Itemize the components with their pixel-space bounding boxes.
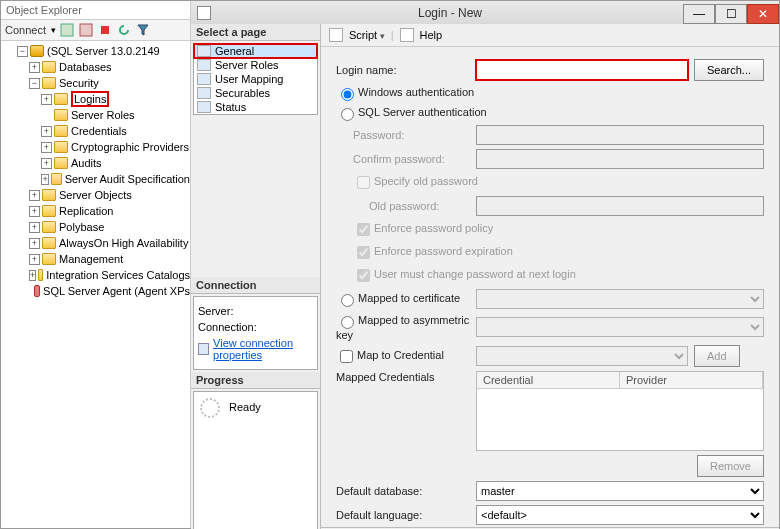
default-database-select[interactable]: master: [476, 481, 764, 501]
mapped-akey-radio[interactable]: Mapped to asymmetric key: [336, 314, 469, 341]
minimize-button[interactable]: —: [683, 4, 715, 24]
object-explorer-title: Object Explorer: [1, 1, 190, 20]
script-dropdown[interactable]: Script: [349, 29, 385, 41]
server-label: Server:: [198, 305, 313, 317]
tree-databases[interactable]: +Databases: [5, 59, 190, 75]
folder-icon: [42, 77, 56, 89]
asymmetric-key-select: [476, 317, 764, 337]
tree-audits[interactable]: +Audits: [5, 155, 190, 171]
node-label: Security: [59, 77, 99, 89]
check-label: Map to Credential: [357, 349, 444, 361]
page-general[interactable]: General: [194, 44, 317, 58]
filter-icon[interactable]: [135, 22, 151, 38]
svg-rect-2: [101, 26, 109, 34]
remove-button: Remove: [697, 455, 764, 477]
script-icon[interactable]: [329, 28, 343, 42]
mapped-cert-radio[interactable]: Mapped to certificate: [336, 292, 460, 304]
folder-icon: [42, 253, 56, 265]
help-button[interactable]: Help: [420, 29, 443, 41]
folder-icon: [54, 141, 68, 153]
form-toolbar: Script | Help: [321, 24, 779, 47]
folder-icon: [42, 189, 56, 201]
tree-server-root[interactable]: −(SQL Server 13.0.2149: [5, 43, 190, 59]
node-label: Credentials: [71, 125, 127, 137]
close-button[interactable]: ✕: [747, 4, 779, 24]
page-status[interactable]: Status: [194, 100, 317, 114]
old-password-input: [476, 196, 764, 216]
folder-icon: [42, 61, 56, 73]
tree-server-roles[interactable]: Server Roles: [5, 107, 190, 123]
add-button: Add: [694, 345, 740, 367]
object-explorer: Object Explorer Connect▾ −(SQL Server 13…: [1, 1, 191, 528]
sql-auth-radio[interactable]: SQL Server authentication: [336, 106, 487, 118]
folder-icon: [54, 125, 68, 137]
password-input: [476, 125, 764, 145]
tree-security[interactable]: −Security: [5, 75, 190, 91]
tree-credentials[interactable]: +Credentials: [5, 123, 190, 139]
folder-icon: [42, 237, 56, 249]
node-label: Replication: [59, 205, 113, 217]
check-label: User must change password at next login: [374, 268, 576, 280]
tree-alwayson[interactable]: +AlwaysOn High Availability: [5, 235, 190, 251]
stop-icon[interactable]: [97, 22, 113, 38]
login-new-dialog: Login - New — ☐ ✕ Select a page General …: [191, 1, 779, 528]
default-language-select[interactable]: <default>: [476, 505, 764, 525]
properties-icon: [198, 343, 209, 355]
mapped-credentials-grid[interactable]: CredentialProvider: [476, 371, 764, 451]
tree-sql-agent[interactable]: SQL Server Agent (Agent XPs: [5, 283, 190, 299]
dialog-titlebar[interactable]: Login - New — ☐ ✕: [191, 1, 779, 24]
connect-icon[interactable]: [59, 22, 75, 38]
tree-replication[interactable]: +Replication: [5, 203, 190, 219]
folder-icon: [38, 269, 43, 281]
check-label: Enforce password policy: [374, 222, 493, 234]
system-icon[interactable]: [191, 6, 217, 20]
folder-icon: [42, 221, 56, 233]
radio-label: Windows authentication: [358, 86, 474, 98]
tree-logins[interactable]: +Logins: [5, 91, 190, 107]
map-credential-check[interactable]: Map to Credential: [336, 349, 444, 361]
node-label: Logins: [71, 91, 109, 107]
page-list: General Server Roles User Mapping Secura…: [193, 43, 318, 115]
login-name-input[interactable]: [476, 60, 688, 80]
windows-auth-radio[interactable]: Windows authentication: [336, 86, 474, 98]
spinner-icon: [200, 398, 220, 418]
node-label: AlwaysOn High Availability: [59, 237, 188, 249]
page-server-roles[interactable]: Server Roles: [194, 58, 317, 72]
page-user-mapping[interactable]: User Mapping: [194, 72, 317, 86]
col-provider: Provider: [620, 372, 763, 388]
connection-label: Connection:: [198, 321, 313, 333]
tree-isc[interactable]: +Integration Services Catalogs: [5, 267, 190, 283]
connection-header: Connection: [191, 277, 320, 294]
tree-audit-spec[interactable]: +Server Audit Specification: [5, 171, 190, 187]
maximize-button[interactable]: ☐: [715, 4, 747, 24]
node-label: Audits: [71, 157, 102, 169]
specify-old-password-check: Specify old password: [353, 175, 478, 187]
server-label: (SQL Server 13.0.2149: [47, 45, 160, 57]
dialog-title: Login - New: [217, 6, 683, 20]
folder-icon: [54, 93, 68, 105]
page-icon: [197, 101, 211, 113]
confirm-password-input: [476, 149, 764, 169]
refresh-icon[interactable]: [116, 22, 132, 38]
default-db-label: Default database:: [336, 485, 422, 497]
tree-polybase[interactable]: +Polybase: [5, 219, 190, 235]
page-securables[interactable]: Securables: [194, 86, 317, 100]
server-icon: [30, 45, 44, 57]
view-connection-properties-link[interactable]: View connection properties: [198, 337, 313, 361]
node-label: Server Audit Specification: [65, 173, 190, 185]
node-label: Polybase: [59, 221, 104, 233]
tree-crypto-providers[interactable]: +Cryptographic Providers: [5, 139, 190, 155]
search-button[interactable]: Search...: [694, 59, 764, 81]
oe-tree[interactable]: −(SQL Server 13.0.2149 +Databases −Secur…: [1, 41, 190, 528]
connect-label[interactable]: Connect: [5, 24, 46, 36]
form-area: Script | Help Login name: Search... Wind…: [321, 24, 779, 529]
tree-server-objects[interactable]: +Server Objects: [5, 187, 190, 203]
disconnect-icon[interactable]: [78, 22, 94, 38]
progress-header: Progress: [191, 372, 320, 389]
tree-management[interactable]: +Management: [5, 251, 190, 267]
link-label: View connection properties: [213, 337, 313, 361]
password-label: Password:: [353, 129, 404, 141]
page-label: Status: [215, 101, 246, 113]
node-label: Cryptographic Providers: [71, 141, 189, 153]
help-icon[interactable]: [400, 28, 414, 42]
